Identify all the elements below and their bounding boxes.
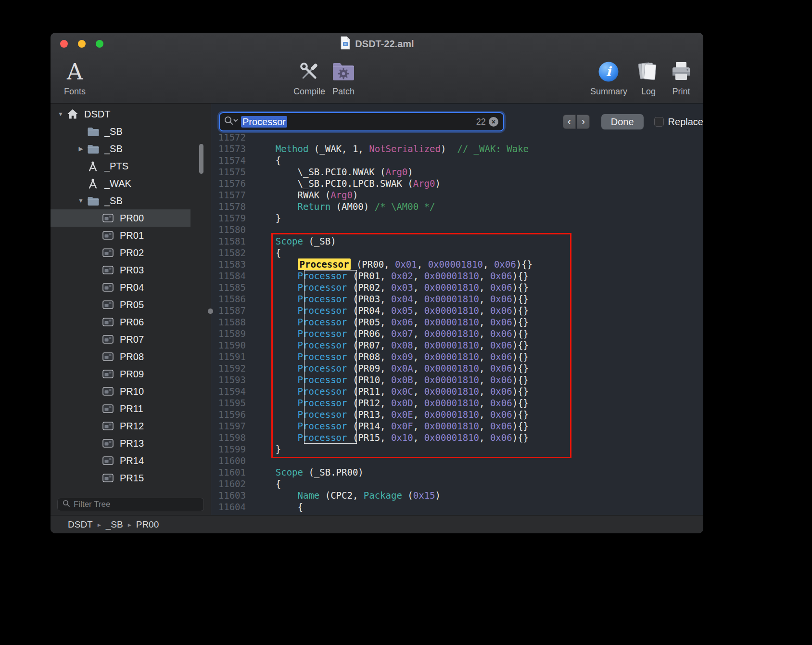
- search-match: Processor: [298, 398, 347, 408]
- code-line: 11597 Processor (PR14, 0x0F, 0x00001810,…: [211, 420, 703, 432]
- sidebar-item-pr08[interactable]: PR08: [51, 348, 190, 365]
- line-number: 11575: [211, 166, 254, 178]
- code-line: 11576 \_SB.PCI0.LPCB.SWAK (Arg0): [211, 178, 703, 189]
- traffic-lights: [60, 40, 103, 48]
- compile-button[interactable]: Compile: [293, 58, 325, 97]
- breadcrumb-item[interactable]: _SB: [106, 519, 123, 530]
- line-number: 11602: [211, 478, 254, 490]
- filter-input[interactable]: Filter Tree: [57, 498, 204, 511]
- processor-icon: [102, 387, 119, 396]
- sidebar-item-pr10[interactable]: PR10: [51, 383, 190, 400]
- code-line: 11577 RWAK (Arg0): [211, 189, 703, 201]
- sidebar-item-dsdt[interactable]: ▼DSDT: [51, 105, 190, 123]
- close-button[interactable]: [60, 40, 68, 48]
- patch-button[interactable]: Patch: [331, 58, 356, 97]
- sidebar-item-label: PR14: [119, 455, 144, 466]
- sidebar-item-pr05[interactable]: PR05: [51, 296, 190, 313]
- search-magnifier-icon[interactable]: [224, 116, 238, 128]
- line-number: 11596: [211, 409, 254, 420]
- done-button[interactable]: Done: [601, 114, 644, 129]
- breadcrumb-separator: ▸: [128, 521, 131, 529]
- minimize-button[interactable]: [78, 40, 86, 48]
- sidebar-item-pr12[interactable]: PR12: [51, 417, 190, 435]
- breadcrumb-item[interactable]: DSDT: [68, 519, 93, 530]
- disclosure-triangle-icon[interactable]: ▼: [75, 197, 87, 204]
- replace-checkbox[interactable]: [654, 117, 664, 127]
- code-text: RWAK (Arg0): [254, 189, 358, 201]
- sidebar-item-pr14[interactable]: PR14: [51, 452, 190, 469]
- zoom-button[interactable]: [96, 40, 103, 48]
- dsdt-tree: ▼DSDT_SB▶_SB_PTS_WAK▼_SBPR00PR01PR02PR03…: [51, 103, 211, 494]
- sidebar-scrollbar-thumb[interactable]: [199, 144, 203, 174]
- code-line: 11583 Processor (PR00, 0x01, 0x00001810,…: [211, 258, 703, 270]
- next-match-button[interactable]: ›: [577, 115, 590, 129]
- search-input[interactable]: Processor 22 ×: [219, 112, 504, 131]
- sidebar-item-pr02[interactable]: PR02: [51, 244, 190, 261]
- breadcrumb-item[interactable]: PR00: [136, 519, 159, 530]
- code-line: 11600: [211, 455, 703, 466]
- search-match: Processor: [298, 386, 347, 397]
- code-text: Scope (_SB.PR00): [254, 466, 364, 478]
- line-number: 11583: [211, 258, 254, 270]
- breadcrumb: DSDT▸_SB▸PR00: [68, 519, 159, 530]
- clear-search-button[interactable]: ×: [489, 117, 498, 127]
- line-number: 11579: [211, 212, 254, 224]
- sidebar-item-sb-sb[interactable]: ▼_SB: [51, 192, 190, 209]
- log-icon: [636, 58, 661, 86]
- line-number: 11603: [211, 490, 254, 501]
- sidebar-item-pr07[interactable]: PR07: [51, 331, 190, 348]
- disclosure-triangle-icon[interactable]: ▼: [54, 111, 67, 117]
- processor-icon: [102, 300, 119, 309]
- sidebar-item-label: PR00: [119, 213, 144, 224]
- search-match: Processor: [298, 340, 347, 350]
- sidebar-scrollbar[interactable]: [198, 104, 205, 492]
- code-text: }: [254, 212, 281, 224]
- titlebar: DSDT-22.aml: [51, 33, 703, 55]
- code-line: 11594 Processor (PR11, 0x0C, 0x00001810,…: [211, 386, 703, 397]
- print-button[interactable]: Print: [670, 58, 693, 97]
- line-number: 11577: [211, 189, 254, 201]
- sidebar-item-pr11[interactable]: PR11: [51, 400, 190, 417]
- code-text: Processor (PR13, 0x0E, 0x00001810, 0x06)…: [254, 409, 529, 420]
- disclosure-triangle-icon[interactable]: ▶: [75, 145, 87, 152]
- code-editor[interactable]: 1157211573 Method (_WAK, 1, NotSerialize…: [211, 134, 703, 515]
- sidebar-item-pr15[interactable]: PR15: [51, 469, 190, 487]
- processor-icon: [102, 283, 119, 292]
- replace-label: Replace: [668, 116, 703, 128]
- code-line: 11604 {: [211, 501, 703, 513]
- code-line: 11575 \_SB.PCI0.NWAK (Arg0): [211, 166, 703, 178]
- sidebar-item-label: PR07: [119, 334, 144, 345]
- patch-label: Patch: [332, 87, 355, 97]
- sidebar-item-sb-sb[interactable]: ▶_SB: [51, 140, 190, 157]
- sidebar-item-sb-sb[interactable]: _SB: [51, 123, 190, 140]
- code-text: Processor (PR07, 0x08, 0x00001810, 0x06)…: [254, 339, 529, 351]
- sidebar-item-pr09[interactable]: PR09: [51, 365, 190, 383]
- search-match-count: 22: [476, 117, 486, 127]
- house-icon: [67, 109, 83, 119]
- code-text: Processor (PR08, 0x09, 0x00001810, 0x06)…: [254, 351, 529, 362]
- sidebar-item-pr01[interactable]: PR01: [51, 227, 190, 244]
- sidebar-item-pr13[interactable]: PR13: [51, 435, 190, 452]
- sidebar-item-pr04[interactable]: PR04: [51, 279, 190, 296]
- line-number: 11595: [211, 397, 254, 409]
- summary-button[interactable]: i Summary: [590, 58, 627, 97]
- processor-icon: [102, 352, 119, 361]
- line-number: 11601: [211, 466, 254, 478]
- sidebar-item-label: PR03: [119, 265, 144, 276]
- split-divider-handle[interactable]: [207, 308, 214, 314]
- sidebar-item-pr06[interactable]: PR06: [51, 313, 190, 331]
- sidebar-item-pr00[interactable]: PR00: [51, 209, 190, 227]
- main-pane: Processor 22 × ‹ › Done Replace 11572115…: [211, 103, 703, 515]
- log-button[interactable]: Log: [636, 58, 661, 97]
- sidebar-item-pr03[interactable]: PR03: [51, 261, 190, 279]
- line-number: 11592: [211, 362, 254, 374]
- previous-match-button[interactable]: ‹: [563, 115, 576, 129]
- processor-icon: [102, 404, 119, 413]
- code-text: Processor (PR06, 0x07, 0x00001810, 0x06)…: [254, 328, 529, 339]
- line-number: 11588: [211, 316, 254, 328]
- sidebar-item-sb-wak[interactable]: _WAK: [51, 175, 190, 192]
- code-line: 11572: [211, 134, 703, 143]
- fonts-button[interactable]: A Fonts: [64, 58, 86, 97]
- sidebar-item-sb-pts[interactable]: _PTS: [51, 157, 190, 175]
- filter-magnifier-icon: [63, 500, 70, 509]
